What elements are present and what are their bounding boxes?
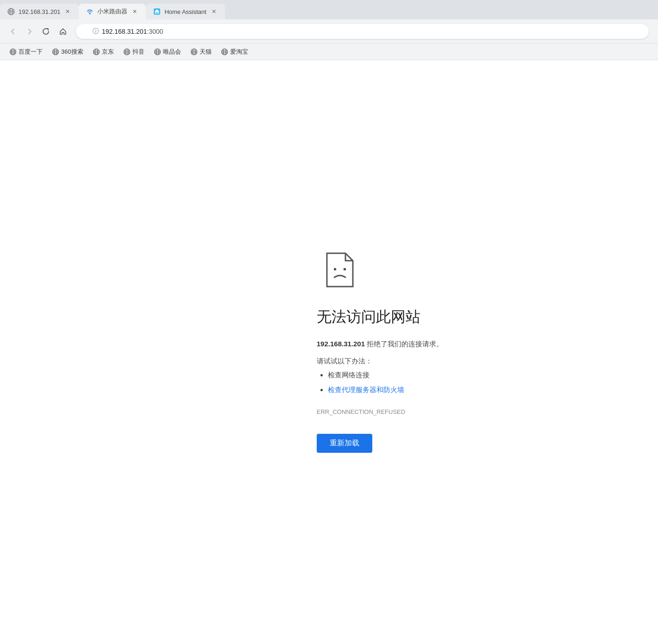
reload-nav-button[interactable] <box>39 24 54 39</box>
bookmark-globe-icon-6 <box>221 48 228 56</box>
forward-button[interactable] <box>22 24 37 39</box>
bookmark-label-4: 唯品会 <box>163 48 181 56</box>
error-code: ERR_CONNECTION_REFUSED <box>317 408 405 415</box>
error-tips: 请试试以下办法： <box>317 357 372 366</box>
bookmark-label-6: 爱淘宝 <box>230 48 248 56</box>
back-icon <box>9 27 17 36</box>
address-port: :3000 <box>147 28 163 35</box>
error-container: 无法访问此网站 192.168.31.201 拒绝了我们的连接请求。 请试试以下… <box>317 251 443 453</box>
bookmark-label-5: 天猫 <box>200 48 212 56</box>
back-button[interactable] <box>6 24 20 39</box>
tab-label-192: 192.168.31.201 <box>19 8 60 15</box>
bookmark-globe-icon-3 <box>123 48 131 56</box>
bookmark-label-0: 百度一下 <box>19 48 43 56</box>
bookmark-globe-icon-5 <box>190 48 198 56</box>
globe-icon <box>7 8 15 15</box>
browser-chrome: 192.168.31.201 ✕ 小米路由器 ✕ Home Assistant … <box>0 0 658 60</box>
error-detail-text: 拒绝了我们的连接请求。 <box>365 340 443 348</box>
tab-close-192[interactable]: ✕ <box>64 8 71 15</box>
info-icon: ⓘ <box>93 27 99 36</box>
error-list-text-0: 检查网络连接 <box>328 371 370 379</box>
bookmark-baidu[interactable]: 百度一下 <box>6 46 46 58</box>
error-list-item-0: 检查网络连接 <box>328 369 404 381</box>
error-title: 无法访问此网站 <box>317 307 420 327</box>
error-ip: 192.168.31.201 <box>317 340 365 348</box>
home-nav-button[interactable] <box>56 24 70 39</box>
address-ip: 192.168.31.201 <box>102 28 147 35</box>
svg-point-5 <box>89 13 91 14</box>
error-list-item-1: 检查代理服务器和防火墙 <box>328 384 404 395</box>
tab-close-ha[interactable]: ✕ <box>210 8 218 15</box>
bookmark-globe-icon-2 <box>93 48 100 56</box>
bookmark-douyin[interactable]: 抖音 <box>119 46 148 58</box>
wifi-icon <box>86 8 94 15</box>
bookmark-tmall[interactable]: 天猫 <box>187 46 215 58</box>
reload-icon <box>42 27 50 36</box>
address-text: 192.168.31.201:3000 <box>102 28 163 35</box>
tab-xiaomi[interactable]: 小米路由器 ✕ <box>79 4 146 19</box>
tab-192-168-31-201[interactable]: 192.168.31.201 ✕ <box>0 4 79 19</box>
bookmark-vip[interactable]: 唯品会 <box>150 46 185 58</box>
bookmark-label-1: 360搜索 <box>61 48 83 56</box>
sad-file-icon <box>321 251 358 288</box>
bookmarks-bar: 百度一下 360搜索 京东 <box>0 44 658 60</box>
bookmark-globe-icon-4 <box>154 48 161 56</box>
tab-bar: 192.168.31.201 ✕ 小米路由器 ✕ Home Assistant … <box>0 0 658 19</box>
tab-close-xiaomi[interactable]: ✕ <box>131 8 138 15</box>
bookmark-360[interactable]: 360搜索 <box>48 46 87 58</box>
home-icon <box>59 27 67 36</box>
bookmark-jd[interactable]: 京东 <box>89 46 118 58</box>
page-content: 无法访问此网站 192.168.31.201 拒绝了我们的连接请求。 请试试以下… <box>0 60 658 644</box>
svg-rect-7 <box>157 12 158 14</box>
forward-icon <box>25 27 34 36</box>
bookmark-aitaobao[interactable]: 爱淘宝 <box>217 46 252 58</box>
reload-button[interactable]: 重新加载 <box>317 434 372 453</box>
error-detail: 192.168.31.201 拒绝了我们的连接请求。 <box>317 338 443 350</box>
tab-label-xiaomi: 小米路由器 <box>97 7 127 16</box>
tab-home-assistant[interactable]: Home Assistant ✕ <box>146 4 225 19</box>
bookmark-globe-icon-0 <box>9 48 17 56</box>
error-list-link-1[interactable]: 检查代理服务器和防火墙 <box>328 386 404 394</box>
address-bar[interactable]: ⓘ 192.168.31.201:3000 <box>76 24 649 39</box>
svg-rect-44 <box>344 268 346 270</box>
tab-label-ha: Home Assistant <box>164 8 206 15</box>
bookmark-label-3: 抖音 <box>132 48 144 56</box>
home-assistant-icon <box>153 8 161 15</box>
nav-bar: ⓘ 192.168.31.201:3000 <box>0 19 658 44</box>
bookmark-label-2: 京东 <box>102 48 114 56</box>
svg-rect-43 <box>334 268 336 270</box>
bookmark-globe-icon-1 <box>52 48 59 56</box>
error-list: 检查网络连接 检查代理服务器和防火墙 <box>317 369 404 399</box>
